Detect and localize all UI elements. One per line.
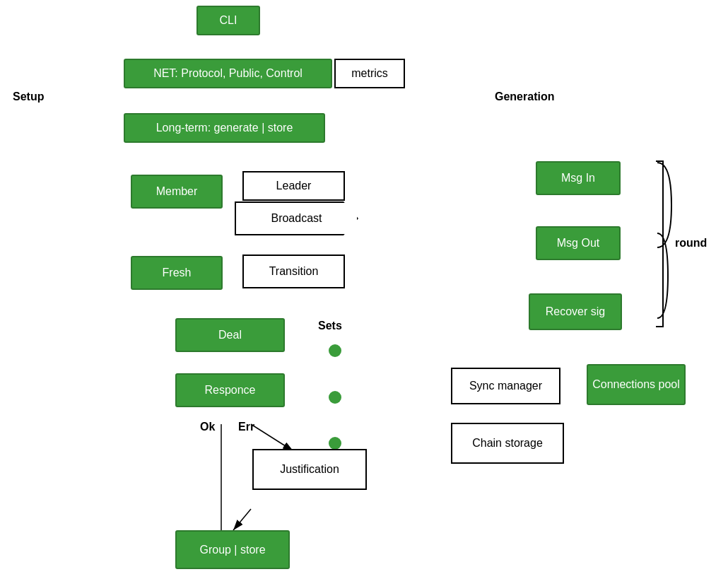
dot-1 <box>329 344 341 357</box>
sync-manager-box: Sync manager <box>451 368 560 404</box>
msg-in-box: Msg In <box>536 161 621 195</box>
ok-label: Ok <box>200 421 215 433</box>
chain-storage-box: Chain storage <box>451 423 564 464</box>
longterm-box: Long-term: generate | store <box>124 113 325 143</box>
msg-out-box: Msg Out <box>536 226 621 260</box>
leader-box: Leader <box>242 171 345 201</box>
dot-2 <box>329 391 341 404</box>
justification-box: Justification <box>252 449 367 490</box>
setup-label: Setup <box>13 90 44 103</box>
err-label: Err <box>238 421 254 433</box>
broadcast-box: Broadcast <box>235 201 358 235</box>
group-store-box: Group | store <box>175 530 290 569</box>
metrics-box: metrics <box>334 59 405 88</box>
transition-box: Transition <box>242 255 345 288</box>
recover-sig-box: Recover sig <box>529 293 622 330</box>
cli-box: CLI <box>196 6 260 35</box>
sets-label: Sets <box>318 320 342 332</box>
round-label: round <box>675 237 707 250</box>
responce-box: Responce <box>175 373 285 407</box>
svg-line-3 <box>233 509 251 530</box>
deal-box: Deal <box>175 318 285 352</box>
connections-pool-box: Connections pool <box>587 364 686 405</box>
fresh-box: Fresh <box>131 256 223 290</box>
member-box: Member <box>131 175 223 209</box>
generation-label: Generation <box>495 90 554 103</box>
dot-3 <box>329 437 341 450</box>
svg-line-2 <box>251 424 293 451</box>
net-box: NET: Protocol, Public, Control <box>124 59 332 88</box>
